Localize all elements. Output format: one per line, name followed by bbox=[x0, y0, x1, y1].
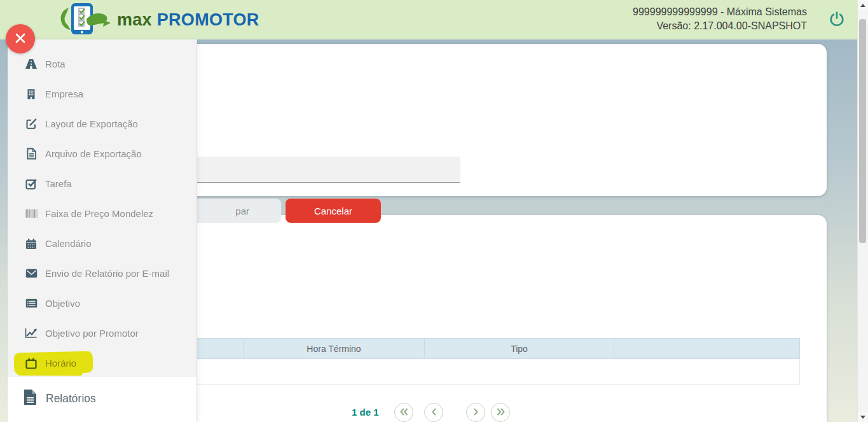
account-info: 999999999999999 - Máxima Sistemas Versão… bbox=[633, 5, 807, 33]
brand: max PROMOTOR bbox=[55, 2, 259, 38]
app-header: max PROMOTOR 999999999999999 - Máxima Si… bbox=[0, 0, 858, 39]
building-icon bbox=[24, 88, 38, 100]
clear-button[interactable]: par bbox=[186, 199, 281, 223]
table-header-tipo: Tipo bbox=[425, 339, 614, 358]
sidebar-item-relatorios[interactable]: Relatórios bbox=[8, 382, 196, 415]
brand-promotor: PROMOTOR bbox=[157, 10, 259, 29]
sidebar-menu: Rota Empresa Layout de Exportação Arquiv… bbox=[8, 39, 197, 422]
sidebar-item-label: Relatórios bbox=[46, 392, 96, 405]
calendar-icon bbox=[24, 238, 38, 250]
table-header-hora-termino: Hora Término bbox=[244, 339, 425, 358]
schedule-icon bbox=[24, 358, 38, 369]
last-page-icon bbox=[496, 407, 506, 418]
last-page-button[interactable] bbox=[491, 403, 510, 422]
sidebar-item-objetivo-por-promotor[interactable]: Objetivo por Promotor bbox=[8, 318, 196, 348]
line-chart-icon bbox=[24, 328, 38, 339]
version-line: Versão: 2.17.004.00-SNAPSHOT bbox=[633, 19, 807, 33]
table-header-extra bbox=[614, 339, 801, 358]
logout-power-button[interactable] bbox=[827, 10, 846, 29]
next-page-icon bbox=[473, 407, 479, 418]
prev-page-icon bbox=[431, 407, 437, 418]
first-page-button[interactable] bbox=[394, 403, 413, 422]
cancel-button[interactable]: Cancelar bbox=[286, 199, 381, 223]
sidebar-item-label: Envio de Relatório por E-mail bbox=[45, 268, 169, 279]
scroll-up-arrow-icon[interactable] bbox=[858, 0, 868, 10]
sidebar-submenu: Rota Empresa Layout de Exportação Arquiv… bbox=[8, 39, 196, 377]
sidebar-item-arquivo-exportacao[interactable]: Arquivo de Exportação bbox=[8, 139, 196, 169]
sidebar-item-horario[interactable]: Horário bbox=[8, 348, 196, 378]
sidebar-item-label: Objetivo por Promotor bbox=[45, 328, 139, 339]
sidebar-item-calendario[interactable]: Calendário bbox=[8, 229, 196, 258]
sidebar-item-label: Objetivo bbox=[45, 298, 80, 309]
close-menu-button[interactable] bbox=[6, 24, 35, 53]
sidebar-item-rota[interactable]: Rota bbox=[8, 49, 196, 79]
maxpromotor-logo-icon bbox=[55, 1, 113, 38]
next-page-button[interactable] bbox=[466, 403, 485, 422]
sidebar-item-empresa[interactable]: Empresa bbox=[8, 79, 196, 109]
sidebar-item-envio-relatorio-email[interactable]: Envio de Relatório por E-mail bbox=[8, 258, 196, 288]
task-check-icon bbox=[24, 178, 38, 190]
page-scrollbar[interactable] bbox=[857, 0, 868, 422]
barcode-icon bbox=[24, 209, 38, 218]
brand-max: max bbox=[117, 10, 152, 29]
sidebar-item-label: Empresa bbox=[45, 88, 83, 99]
list-icon bbox=[24, 299, 38, 308]
edit-icon bbox=[24, 118, 38, 130]
envelope-icon bbox=[24, 269, 38, 278]
sidebar-item-label: Horário bbox=[45, 358, 76, 369]
scrollbar-thumb[interactable] bbox=[859, 19, 866, 243]
road-icon bbox=[24, 59, 38, 69]
sidebar-item-label: Arquivo de Exportação bbox=[45, 148, 142, 159]
sidebar-item-tarefa[interactable]: Tarefa bbox=[8, 169, 196, 199]
file-icon bbox=[24, 148, 38, 160]
sidebar-item-label: Layout de Exportação bbox=[45, 118, 138, 129]
sidebar-item-objetivo[interactable]: Objetivo bbox=[8, 288, 196, 318]
sidebar-item-label: Calendário bbox=[45, 238, 92, 249]
brand-text: max PROMOTOR bbox=[117, 10, 259, 30]
scroll-down-arrow-icon[interactable] bbox=[858, 412, 868, 422]
sidebar-item-label: Tarefa bbox=[45, 178, 72, 189]
sidebar-item-label: Faixa de Preço Mondelez bbox=[45, 208, 153, 219]
report-icon bbox=[23, 389, 38, 409]
sidebar-item-label: Rota bbox=[45, 59, 65, 69]
pagination-label: 1 de 1 bbox=[352, 407, 379, 418]
power-icon bbox=[828, 20, 846, 30]
sidebar-item-faixa-preco-mondelez[interactable]: Faixa de Preço Mondelez bbox=[8, 199, 196, 229]
prev-page-button[interactable] bbox=[424, 403, 443, 422]
account-line: 999999999999999 - Máxima Sistemas bbox=[633, 5, 807, 19]
close-icon bbox=[14, 32, 27, 46]
sidebar-item-layout-exportacao[interactable]: Layout de Exportação bbox=[8, 109, 196, 139]
first-page-icon bbox=[399, 407, 409, 418]
